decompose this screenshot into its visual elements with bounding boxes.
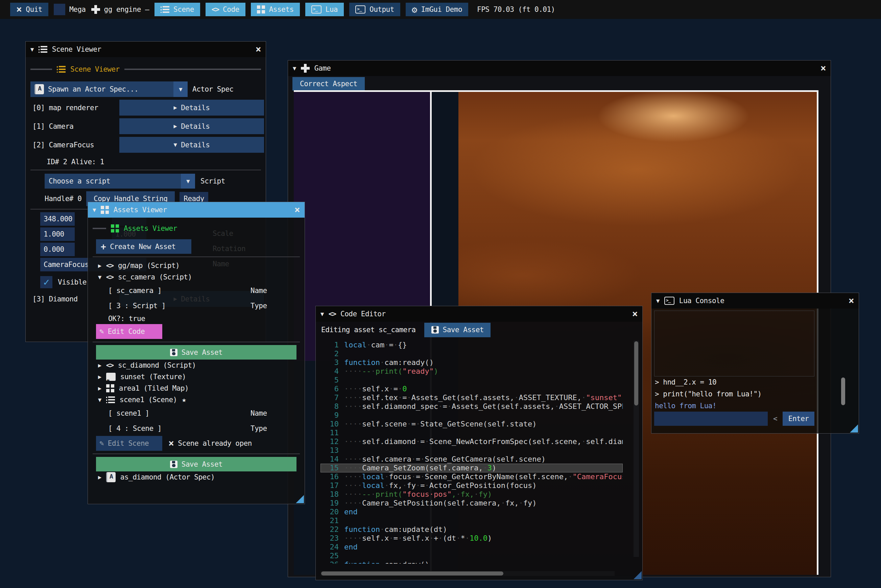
topbar-button-scene[interactable]: Scene: [155, 3, 200, 16]
topbar-button-imgui-demo[interactable]: ImGui Demo: [406, 3, 468, 16]
close-icon[interactable]: [821, 63, 826, 73]
code-line[interactable]: 15····Camera_SetZoom(self.camera,·3): [321, 464, 623, 472]
save-asset-button[interactable]: Save Asset: [96, 345, 297, 360]
code-token: fy: [407, 481, 416, 490]
quit-button[interactable]: Quit: [10, 3, 48, 16]
close-icon[interactable]: [632, 309, 638, 319]
edit-scene-button[interactable]: Edit Scene: [96, 436, 162, 451]
close-icon[interactable]: [294, 205, 300, 214]
edit-code-button[interactable]: Edit Code: [96, 324, 162, 339]
scene-viewer-titlebar[interactable]: Scene Viewer: [26, 42, 266, 57]
asset-tree-item[interactable]: sc_camera (Script): [88, 272, 305, 283]
collapse-icon[interactable]: [30, 46, 34, 52]
visible-checkbox[interactable]: [40, 276, 53, 288]
create-new-asset-button[interactable]: Create New Asset: [96, 239, 191, 254]
scrollbar-grab[interactable]: [634, 341, 638, 405]
code-line[interactable]: 17····local·fx,·fy·=·Actor_GetPosition(f…: [321, 481, 623, 490]
combo-arrow[interactable]: [181, 174, 195, 189]
topbar-button-code[interactable]: Code: [206, 3, 245, 16]
code-line[interactable]: 16····local·focus·=·Scene_GetActorByName…: [321, 472, 623, 481]
code-line[interactable]: 1local·cam·=·{}: [321, 340, 623, 350]
horizontal-scrollbar[interactable]: [321, 571, 615, 576]
code-line[interactable]: 2: [321, 350, 623, 358]
combo-arrow[interactable]: [173, 81, 188, 97]
code-line[interactable]: 5: [321, 376, 623, 385]
script-combo[interactable]: Choose a script: [45, 174, 195, 189]
asset-tree-item[interactable]: gg/map (Script): [88, 260, 305, 272]
collapse-icon[interactable]: [656, 298, 660, 304]
game-titlebar[interactable]: Game: [288, 60, 831, 76]
code-line[interactable]: 6····self.x·=·0: [321, 385, 623, 393]
spawn-actor-combo[interactable]: Spawn an Actor Spec...: [30, 81, 188, 97]
mega-checkbox[interactable]: Mega: [54, 4, 86, 15]
value-input[interactable]: 0.000: [40, 243, 75, 256]
edit-code-label: Edit Code: [108, 327, 145, 336]
code-line[interactable]: 18····--·print("focus·pos",·fx,·fy): [321, 490, 623, 499]
code-token: --: [362, 490, 371, 498]
enter-button[interactable]: Enter: [783, 412, 814, 426]
collapse-icon[interactable]: [321, 311, 324, 317]
code-line[interactable]: 14····self.camera·=·Scene_GetCamera(self…: [321, 455, 623, 464]
details-button[interactable]: Details: [119, 118, 264, 134]
code-token: =: [411, 420, 416, 428]
topbar-button-label: Lua: [326, 5, 338, 14]
code-line[interactable]: 10····self.scene·=·State_GetScene(self.s…: [321, 420, 623, 429]
code-line[interactable]: 24end: [321, 543, 623, 552]
details-button[interactable]: Details: [119, 100, 264, 116]
topbar: Quit Mega gg engine – SceneCodeAssetsLua…: [0, 0, 881, 19]
lua-console-titlebar[interactable]: Lua Console: [651, 293, 859, 309]
code-line[interactable]: 26function·cam:draw(): [321, 560, 623, 564]
save-asset-button[interactable]: Save Asset: [96, 457, 297, 471]
code-line[interactable]: 9: [321, 411, 623, 420]
line-number: 5: [321, 376, 339, 385]
checkbox-box[interactable]: [54, 4, 65, 15]
code-line[interactable]: 7····self.tex·=·Assets_Get(self.assets,·…: [321, 393, 623, 402]
code-line[interactable]: 22function·cam:update(dt): [321, 525, 623, 534]
code-line[interactable]: 12····self.diamond·=·Scene_NewActorFromS…: [321, 437, 623, 446]
code-line[interactable]: 8····self.diamond_spec·=·Assets_Get(self…: [321, 402, 623, 411]
asset-tree-item[interactable]: as_diamond (Actor Spec): [88, 471, 305, 483]
correct-aspect-button[interactable]: Correct Aspect: [293, 77, 365, 91]
close-icon[interactable]: [255, 45, 261, 54]
resize-grip[interactable]: [296, 495, 304, 503]
code-line[interactable]: 23····self.x·=·self.x·+·(dt·*·10.0): [321, 534, 623, 543]
code-token: ·: [389, 534, 393, 542]
asset-tree-item[interactable]: sc_diamond (Script): [88, 360, 305, 371]
code-line[interactable]: 19····Camera_SetPosition(self.camera,·fx…: [321, 499, 623, 508]
vertical-scrollbar[interactable]: [633, 340, 639, 557]
code-token: ····: [344, 385, 362, 393]
resize-grip[interactable]: [850, 424, 858, 432]
console-input[interactable]: [654, 412, 768, 426]
value-input[interactable]: 348.000: [40, 212, 75, 226]
value-input[interactable]: 1.000: [40, 227, 75, 241]
topbar-button-output[interactable]: Output: [349, 3, 400, 16]
code-line[interactable]: 13: [321, 446, 623, 455]
code-editor-text[interactable]: 1local·cam·=·{}23function·cam:ready()4··…: [321, 340, 623, 564]
code-line[interactable]: 4····--·print("ready"): [321, 367, 623, 376]
scrollbar[interactable]: [841, 378, 845, 405]
asset-tree-item[interactable]: scene1 (Scene): [88, 394, 305, 405]
resize-grip[interactable]: [633, 571, 642, 579]
asset-tree-item[interactable]: sunset (Texture): [88, 371, 305, 382]
code-line[interactable]: 25: [321, 552, 623, 560]
close-icon[interactable]: [848, 296, 854, 306]
save-asset-button[interactable]: Save Asset: [424, 323, 491, 337]
assets-viewer-titlebar[interactable]: Assets Viewer: [88, 202, 305, 218]
details-button[interactable]: Details: [119, 137, 264, 153]
mega-label: Mega: [69, 5, 86, 14]
topbar-button-assets[interactable]: Assets: [251, 3, 300, 16]
chevron-right-icon: [98, 374, 101, 380]
collapse-icon[interactable]: [93, 207, 96, 213]
scrollbar-grab[interactable]: [321, 572, 503, 576]
collapse-icon[interactable]: [293, 66, 296, 71]
code-line[interactable]: 20end: [321, 508, 623, 516]
asset-tree-item[interactable]: area1 (Tiled Map): [88, 382, 305, 394]
code-token: ASSET_TEXTURE,: [519, 393, 581, 402]
code-token: cam:ready(): [384, 358, 434, 367]
code-editor-titlebar[interactable]: Code Editor: [316, 306, 642, 322]
topbar-button-lua[interactable]: Lua: [305, 3, 344, 16]
code-line[interactable]: 21: [321, 516, 623, 525]
code-line[interactable]: 3function·cam:ready(): [321, 358, 623, 367]
code-line[interactable]: 11: [321, 429, 623, 437]
correct-aspect-label: Correct Aspect: [300, 80, 357, 88]
